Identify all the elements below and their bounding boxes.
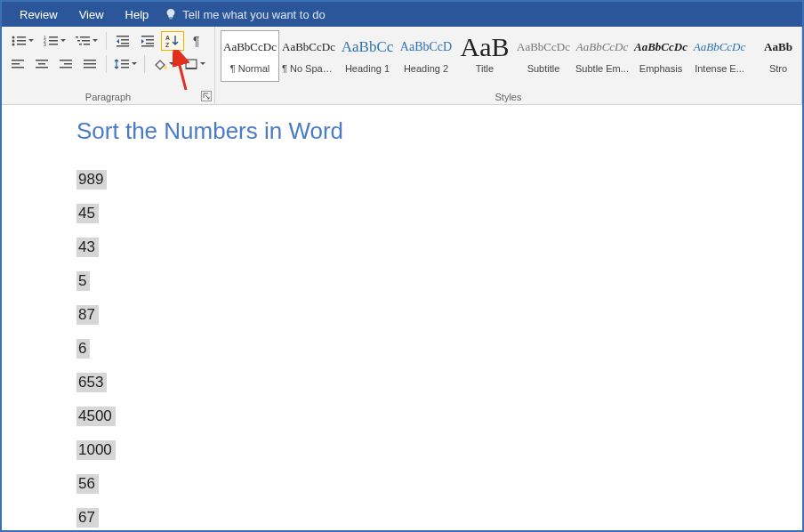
paragraph-dialog-launcher[interactable] [201,91,212,101]
justify-icon [83,58,97,70]
selected-number[interactable]: 6 [76,339,90,359]
menu-view[interactable]: View [68,2,115,27]
chevron-down-icon [28,38,34,44]
svg-rect-24 [146,43,154,44]
selected-number[interactable]: 87 [76,305,99,325]
selected-number[interactable]: 43 [76,238,99,257]
style-tile-p-title[interactable]: AaBTitle [455,30,514,82]
svg-rect-43 [121,67,129,69]
style-preview: AaBbCc [339,35,396,60]
style-tile-p-subem[interactable]: AaBbCcDcSubtle Em... [573,30,631,82]
styles-gallery[interactable]: AaBbCcDc¶ NormalAaBbCcDc¶ No Spac...AaBb… [221,30,796,87]
svg-rect-21 [117,45,129,47]
increase-indent-button[interactable] [136,31,159,51]
selected-number[interactable]: 4500 [76,407,116,426]
svg-rect-22 [141,36,154,37]
style-preview: AaBbCcD [398,35,454,60]
selected-number[interactable]: 989 [76,170,107,189]
svg-rect-18 [117,36,129,37]
align-left-button[interactable] [7,54,29,74]
tell-me-label: Tell me what you want to do [182,8,325,21]
style-preview: AaBbCcDc [632,35,689,60]
chevron-down-icon [92,38,98,44]
separator [106,55,107,73]
svg-text:¶: ¶ [193,35,200,47]
selected-number[interactable]: 1000 [76,440,116,460]
svg-point-4 [12,44,15,46]
svg-rect-30 [12,63,20,65]
svg-rect-11 [49,44,58,45]
style-preview: AaB [456,35,513,60]
menu-bar: Review View Help Tell me what you want t… [2,2,802,27]
svg-rect-41 [121,60,129,61]
align-right-button[interactable] [55,54,77,74]
menu-review[interactable]: Review [9,2,68,27]
decrease-indent-button[interactable] [111,31,134,51]
align-center-button[interactable] [31,54,53,74]
shading-button[interactable] [149,54,179,74]
svg-point-2 [12,40,15,43]
borders-button[interactable] [181,54,210,74]
selected-number-list[interactable]: 98945435876653450010005667 [76,170,802,530]
svg-rect-34 [36,67,48,69]
style-tile-p-nospace[interactable]: AaBbCcDc¶ No Spac... [279,30,338,82]
svg-rect-14 [77,40,80,42]
style-name-label: Heading 1 [345,63,390,74]
svg-rect-45 [186,60,197,69]
show-paragraph-marks-button[interactable]: ¶ [186,31,209,51]
decrease-indent-icon [116,35,130,47]
svg-rect-25 [141,45,154,47]
selected-number[interactable]: 67 [76,508,99,528]
ribbon: 123 AZ ¶ [2,27,802,105]
tell-me-search[interactable]: Tell me what you want to do [165,8,325,21]
style-tile-p-h2[interactable]: AaBbCcDHeading 2 [397,30,455,82]
style-preview: AaBbCcDc [221,35,278,60]
line-spacing-icon [114,58,130,70]
document-heading[interactable]: Sort the Numbers in Word [76,117,802,145]
borders-icon [184,58,198,70]
ribbon-group-styles: AaBbCcDc¶ NormalAaBbCcDc¶ No Spac...AaBb… [215,27,802,104]
svg-text:Z: Z [165,42,170,48]
selected-number[interactable]: 5 [76,271,90,291]
style-tile-p-h1[interactable]: AaBbCcHeading 1 [338,30,397,82]
svg-rect-36 [64,63,72,65]
style-preview: AaBbCcDc [280,35,337,60]
style-tile-p-subtitle[interactable]: AaBbCcDcSubtitle [514,30,573,82]
selected-number[interactable]: 45 [76,204,99,223]
bullets-button[interactable] [7,31,37,51]
selected-number[interactable]: 56 [76,474,99,494]
document-area[interactable]: Sort the Numbers in Word 989454358766534… [2,105,802,530]
align-left-icon [11,58,25,70]
increase-indent-icon [141,35,155,47]
svg-rect-3 [17,40,26,42]
style-name-label: Subtle Em... [575,63,629,74]
multilevel-list-button[interactable] [71,31,101,51]
svg-rect-35 [60,60,72,61]
sort-icon: AZ [165,34,181,48]
numbering-icon: 123 [43,35,59,47]
numbering-button[interactable]: 123 [39,31,69,51]
svg-point-44 [164,66,167,69]
paragraph-group-label: Paragraph [2,92,214,102]
style-name-label: Intense E... [695,63,744,74]
svg-rect-17 [84,44,90,45]
style-name-label: ¶ No Spac... [282,63,335,74]
style-tile-p-emph[interactable]: AaBbCcDcEmphasis [631,30,690,82]
svg-rect-39 [84,63,96,65]
style-name-label: Title [476,63,494,74]
style-preview: AaBbCcDc [574,35,631,60]
style-tile-p-strong[interactable]: AaBbStro [749,30,802,82]
svg-rect-20 [121,43,129,44]
sort-button[interactable]: AZ [161,31,184,51]
line-spacing-button[interactable] [111,54,141,74]
svg-rect-42 [121,63,129,65]
svg-point-0 [12,36,15,39]
style-tile-p-intem[interactable]: AaBbCcDcIntense E... [690,30,749,82]
justify-button[interactable] [79,54,101,74]
selected-number[interactable]: 653 [76,373,107,392]
chevron-down-icon [60,38,66,44]
style-tile-p-normal[interactable]: AaBbCcDc¶ Normal [221,30,279,82]
menu-help[interactable]: Help [115,2,160,27]
svg-rect-29 [12,60,24,61]
chevron-down-icon [200,61,205,67]
